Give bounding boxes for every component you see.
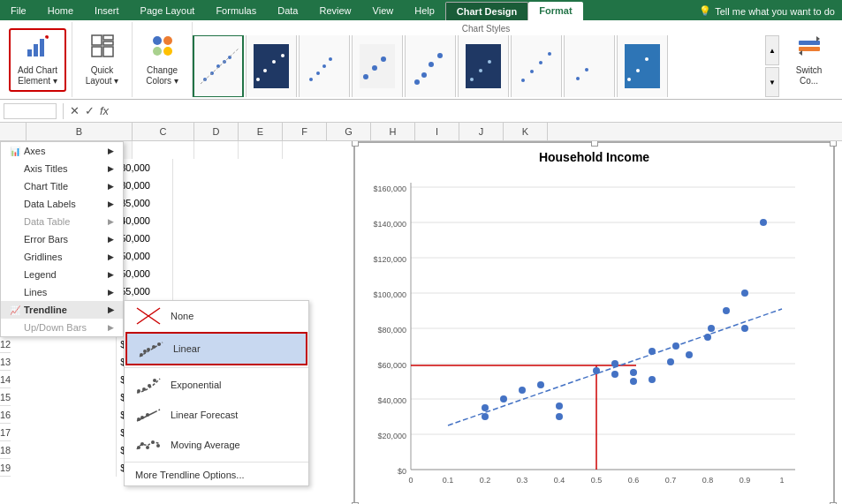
- cancel-icon[interactable]: ✕: [70, 104, 80, 117]
- svg-point-105: [723, 307, 730, 314]
- quick-layout-label: QuickLayout ▾: [86, 65, 119, 87]
- col-header-B[interactable]: B: [27, 123, 133, 140]
- col-header-I[interactable]: I: [415, 123, 459, 140]
- tab-format[interactable]: Format: [528, 2, 582, 20]
- cell-B14[interactable]: [11, 371, 117, 388]
- name-box[interactable]: [4, 103, 57, 119]
- trendline-linear[interactable]: Linear: [125, 332, 307, 365]
- menu-item-legend[interactable]: Legend ▶: [1, 266, 123, 283]
- chart-style-4[interactable]: [352, 35, 403, 97]
- col-header-K[interactable]: K: [504, 123, 548, 140]
- row-num-16[interactable]: 16: [0, 406, 11, 424]
- cell-B17[interactable]: [11, 424, 117, 441]
- menu-item-trendline[interactable]: 📈 Trendline ▶: [1, 301, 123, 319]
- svg-point-32: [381, 56, 386, 62]
- handle-tm[interactable]: [591, 141, 598, 147]
- trendline-exponential[interactable]: Exponential: [125, 370, 308, 400]
- handle-tr[interactable]: [830, 141, 837, 147]
- cell-B12[interactable]: [11, 335, 117, 353]
- chart-style-7[interactable]: [511, 35, 562, 97]
- col-header-D[interactable]: D: [194, 123, 239, 140]
- chart-area[interactable]: Household Income $0 $20,000 $40,000 $60,…: [353, 141, 835, 504]
- col-header-H[interactable]: H: [371, 123, 415, 140]
- svg-point-51: [645, 57, 649, 61]
- menu-item-gridlines[interactable]: Gridlines ▶: [1, 248, 123, 266]
- svg-line-112: [448, 309, 782, 425]
- menu-item-lines[interactable]: Lines ▶: [1, 283, 123, 301]
- styles-nav-down[interactable]: ▼: [765, 67, 779, 97]
- add-chart-icon: +: [26, 34, 50, 64]
- menu-item-updown-bars[interactable]: Up/Down Bars ▶: [1, 319, 123, 336]
- svg-text:$100,000: $100,000: [373, 290, 406, 299]
- col-header-C[interactable]: C: [133, 123, 194, 140]
- cell-E1[interactable]: [239, 141, 283, 159]
- menu-label-data-labels: Data Labels: [24, 199, 76, 209]
- quick-layout-button[interactable]: QuickLayout ▾: [78, 30, 126, 90]
- tab-chart-design[interactable]: Chart Design: [445, 2, 528, 20]
- cell-C1[interactable]: [133, 141, 194, 159]
- handle-tl[interactable]: [352, 141, 359, 147]
- svg-rect-29: [360, 44, 395, 88]
- tab-file[interactable]: File: [0, 2, 37, 20]
- tab-review[interactable]: Review: [308, 2, 361, 20]
- col-header-F[interactable]: F: [283, 123, 327, 140]
- row-num-14[interactable]: 14: [0, 371, 11, 388]
- menu-item-data-labels[interactable]: Data Labels ▶: [1, 195, 123, 213]
- change-colors-button[interactable]: ChangeColors ▾: [138, 30, 186, 90]
- trendline-linear-forecast[interactable]: Linear Forecast: [125, 400, 308, 430]
- styles-nav-up[interactable]: ▲: [765, 35, 779, 65]
- tab-help[interactable]: Help: [404, 2, 445, 20]
- col-header-E[interactable]: E: [239, 123, 283, 140]
- tell-me-label[interactable]: Tell me what you want to do: [715, 6, 835, 17]
- svg-text:0: 0: [408, 476, 413, 485]
- fx-icon[interactable]: fx: [100, 104, 109, 117]
- column-headers: B C D E F G H I J K: [0, 123, 842, 141]
- chart-style-2[interactable]: [246, 35, 297, 97]
- switch-row-col-button[interactable]: SwitchCo...: [785, 30, 833, 90]
- row-num-13[interactable]: 13: [0, 353, 11, 371]
- tab-insert[interactable]: Insert: [84, 2, 130, 20]
- error-bars-arrow: ▶: [108, 235, 114, 244]
- row-num-15[interactable]: 15: [0, 388, 11, 406]
- menu-item-axes[interactable]: 📊 Axes ▶: [1, 142, 123, 160]
- svg-line-129: [155, 410, 160, 412]
- tab-page-layout[interactable]: Page Layout: [130, 2, 206, 20]
- menu-item-axis-titles[interactable]: Axis Titles ▶: [1, 160, 123, 177]
- cell-B13[interactable]: [11, 353, 117, 371]
- chart-style-6[interactable]: [458, 35, 509, 97]
- cell-B19[interactable]: [11, 459, 117, 477]
- svg-rect-53: [799, 47, 820, 51]
- chart-style-8[interactable]: [564, 35, 615, 97]
- menu-label-trendline: Trendline: [24, 305, 67, 315]
- trendline-none[interactable]: None: [125, 301, 308, 331]
- chart-style-9[interactable]: [617, 35, 668, 97]
- cell-B18[interactable]: [11, 441, 117, 459]
- row-num-17[interactable]: 17: [0, 424, 11, 441]
- row-num-12[interactable]: 12: [0, 335, 11, 353]
- svg-rect-9: [103, 47, 113, 56]
- cell-B16[interactable]: [11, 406, 117, 424]
- tab-view[interactable]: View: [362, 2, 405, 20]
- confirm-icon[interactable]: ✓: [85, 104, 95, 117]
- col-header-J[interactable]: J: [459, 123, 504, 140]
- tab-home[interactable]: Home: [37, 2, 84, 20]
- row-num-18[interactable]: 18: [0, 441, 11, 459]
- menu-label-axes: Axes: [24, 146, 45, 156]
- chart-style-1[interactable]: [193, 35, 244, 97]
- cell-D1[interactable]: [194, 141, 239, 159]
- add-chart-element-button[interactable]: + Add ChartElement ▾: [9, 28, 66, 92]
- tab-formulas[interactable]: Formulas: [205, 2, 267, 20]
- trendline-moving-average[interactable]: Moving Average: [125, 430, 308, 460]
- col-header-G[interactable]: G: [327, 123, 371, 140]
- cell-B15[interactable]: [11, 388, 117, 406]
- menu-item-chart-title[interactable]: Chart Title ▶: [1, 177, 123, 195]
- menu-item-data-table[interactable]: Data Table ▶: [1, 213, 123, 230]
- tab-data[interactable]: Data: [267, 2, 308, 20]
- trendline-more-options[interactable]: More Trendline Options...: [125, 464, 308, 485]
- chart-style-3[interactable]: [299, 35, 350, 97]
- menu-label-legend: Legend: [24, 269, 57, 280]
- row-num-19[interactable]: 19: [0, 459, 11, 477]
- chart-style-5[interactable]: [405, 35, 456, 97]
- formula-input[interactable]: [112, 104, 838, 118]
- menu-item-error-bars[interactable]: Error Bars ▶: [1, 230, 123, 248]
